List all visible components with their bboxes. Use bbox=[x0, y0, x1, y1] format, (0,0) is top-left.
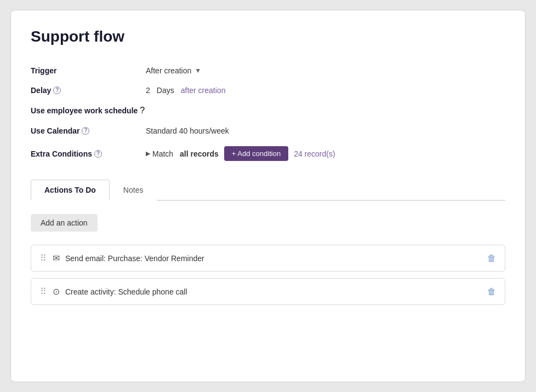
records-count: 24 record(s) bbox=[294, 149, 335, 158]
employee-schedule-label: Use employee work schedule bbox=[31, 106, 138, 115]
delay-unit: Days bbox=[157, 86, 174, 95]
action-item-2: ⠿ ⊙ Create activity: Schedule phone call… bbox=[31, 278, 505, 305]
calendar-label: Use Calendar ? bbox=[31, 121, 146, 141]
drag-handle-icon[interactable]: ⠿ bbox=[40, 253, 47, 263]
tab-actions-to-do[interactable]: Actions To Do bbox=[31, 180, 110, 201]
email-icon: ✉ bbox=[53, 253, 60, 263]
delay-value-row: 2 Days after creation bbox=[146, 80, 505, 100]
add-condition-button[interactable]: + Add condition bbox=[224, 146, 288, 161]
calendar-value: Standard 40 hours/week bbox=[146, 121, 505, 141]
main-card: Support flow Trigger After creation ▼ De… bbox=[10, 10, 526, 382]
employee-schedule-value bbox=[146, 100, 505, 121]
add-action-button[interactable]: Add an action bbox=[31, 214, 98, 232]
action-text-2: Create activity: Schedule phone call bbox=[65, 287, 482, 296]
extra-conditions-label: Extra Conditions ? bbox=[31, 141, 146, 166]
trigger-select[interactable]: After creation ▼ bbox=[146, 66, 201, 75]
extra-conditions-value: ▶ Match all records + Add condition 24 r… bbox=[146, 141, 505, 166]
form-section: Trigger After creation ▼ Delay ? 2 Days … bbox=[31, 61, 505, 166]
action-item-1: ⠿ ✉ Send email: Purchase: Vendor Reminde… bbox=[31, 245, 505, 272]
delete-action-2-icon[interactable]: 🗑 bbox=[487, 287, 496, 297]
calendar-help-icon: ? bbox=[82, 127, 89, 135]
delete-action-1-icon[interactable]: 🗑 bbox=[487, 253, 496, 263]
tabs-row: Actions To Do Notes bbox=[31, 180, 505, 200]
page-title: Support flow bbox=[31, 28, 505, 45]
employee-schedule-label-cell: Use employee work schedule ? bbox=[31, 100, 146, 121]
triangle-icon: ▶ bbox=[146, 150, 150, 157]
action-text-1: Send email: Purchase: Vendor Reminder bbox=[65, 254, 482, 263]
delay-number: 2 bbox=[146, 86, 150, 95]
tabs-container: Actions To Do Notes bbox=[31, 180, 505, 201]
extra-conditions-inner: ▶ Match all records + Add condition 24 r… bbox=[146, 146, 335, 161]
drag-handle-icon-2[interactable]: ⠿ bbox=[40, 286, 47, 297]
chevron-down-icon: ▼ bbox=[195, 67, 201, 74]
activity-icon: ⊙ bbox=[53, 286, 60, 297]
delay-suffix: after creation bbox=[181, 86, 226, 95]
match-all-text: ▶ Match all records bbox=[146, 149, 219, 158]
tab-notes[interactable]: Notes bbox=[110, 180, 157, 201]
extra-conditions-help-icon: ? bbox=[94, 150, 102, 158]
employee-schedule-help-icon: ? bbox=[140, 106, 145, 116]
trigger-value: After creation ▼ bbox=[146, 61, 505, 80]
delay-help-icon: ? bbox=[53, 87, 61, 94]
trigger-label: Trigger bbox=[31, 61, 146, 80]
delay-label: Delay ? bbox=[31, 80, 146, 100]
tab-content-actions: Add an action ⠿ ✉ Send email: Purchase: … bbox=[31, 201, 505, 305]
